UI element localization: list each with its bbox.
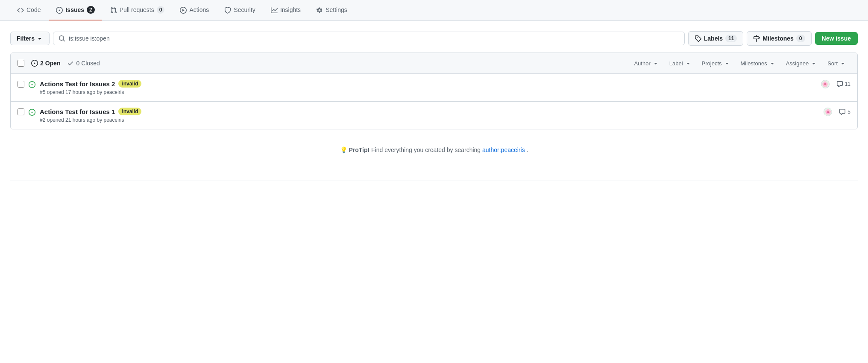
security-icon — [224, 6, 231, 13]
protip-strong: ProTip! — [349, 146, 369, 153]
new-issue-label: New issue — [822, 35, 851, 42]
open-closed-area: 2 Open 0 Closed — [31, 60, 626, 67]
issue-title-row: Actions Test for Issues 2 invalid — [40, 80, 817, 88]
filter-controls: Author Label Projects — [630, 58, 850, 68]
right-toolbar: Labels 11 Milestones 0 New issue — [688, 31, 858, 46]
tab-issues[interactable]: Issues 2 — [49, 0, 101, 20]
milestones-filter-label: Milestones — [741, 60, 767, 67]
milestones-button[interactable]: Milestones 0 — [747, 31, 811, 46]
table-row: Actions Test for Issues 1 invalid #2 ope… — [11, 102, 857, 129]
issue-number: #2 — [40, 117, 45, 123]
comment-icon — [836, 81, 843, 88]
label-filter-label: Label — [669, 60, 683, 67]
labels-icon — [695, 35, 701, 42]
tab-issues-label: Issues — [65, 6, 84, 13]
issue-body: Actions Test for Issues 1 invalid #2 ope… — [40, 108, 819, 123]
chevron-down-icon — [810, 60, 817, 67]
insights-icon — [271, 6, 278, 13]
chevron-down-icon — [652, 60, 659, 67]
tab-security[interactable]: Security — [217, 0, 262, 20]
labels-label: Labels — [704, 35, 723, 42]
comment-count-number: 5 — [847, 109, 850, 115]
chevron-down-icon — [685, 60, 692, 67]
tab-actions[interactable]: Actions — [173, 0, 216, 20]
issue-opened-text: opened 17 hours ago by peaceiris — [47, 89, 124, 95]
issue-right: 🌸 5 — [824, 108, 850, 116]
tab-issues-badge: 2 — [87, 6, 95, 14]
projects-filter-label: Projects — [702, 60, 722, 67]
milestones-filter-button[interactable]: Milestones — [736, 58, 780, 68]
tab-settings[interactable]: Settings — [309, 0, 354, 20]
protip-area: 💡 ProTip! Find everything you created by… — [10, 129, 858, 170]
table-row: Actions Test for Issues 2 invalid #5 ope… — [11, 74, 857, 102]
tab-insights[interactable]: Insights — [264, 0, 308, 20]
comment-count-number: 11 — [845, 81, 850, 87]
footer-divider — [10, 181, 858, 181]
projects-filter-button[interactable]: Projects — [698, 58, 735, 68]
search-input[interactable] — [69, 35, 679, 42]
tab-code[interactable]: Code — [10, 0, 47, 20]
comment-count[interactable]: 5 — [839, 108, 850, 115]
assignee-filter-button[interactable]: Assignee — [782, 58, 821, 68]
open-count[interactable]: 2 Open — [31, 60, 60, 67]
milestone-icon — [753, 35, 760, 42]
tab-pull-requests[interactable]: Pull requests 0 — [103, 0, 172, 20]
issue-opened-text: opened 21 hours ago by peaceiris — [47, 117, 124, 123]
issue-body: Actions Test for Issues 2 invalid #5 ope… — [40, 80, 817, 95]
sort-filter-label: Sort — [827, 60, 838, 67]
comment-count[interactable]: 11 — [836, 81, 850, 88]
lightbulb-icon: 💡 — [340, 146, 347, 153]
labels-button[interactable]: Labels 11 — [688, 31, 744, 46]
chevron-down-icon — [769, 60, 776, 67]
new-issue-button[interactable]: New issue — [815, 32, 858, 45]
issue-label-badge[interactable]: invalid — [118, 108, 141, 115]
issue-title[interactable]: Actions Test for Issues 2 — [40, 80, 115, 88]
labels-count: 11 — [725, 35, 737, 42]
pr-icon — [110, 6, 117, 13]
tab-insights-label: Insights — [280, 6, 301, 13]
tab-navigation: Code Issues 2 Pull requests 0 — [0, 0, 868, 21]
issue-title[interactable]: Actions Test for Issues 1 — [40, 108, 115, 115]
label-filter-button[interactable]: Label — [665, 58, 696, 68]
open-issues-icon — [31, 60, 38, 67]
tab-pr-badge: 0 — [157, 6, 165, 14]
author-filter-button[interactable]: Author — [630, 58, 663, 68]
assignee-avatar[interactable]: 🌸 — [821, 80, 830, 88]
issues-table: 2 Open 0 Closed Author — [10, 53, 858, 129]
code-icon — [17, 6, 24, 13]
select-all-checkbox[interactable] — [18, 60, 24, 67]
issue-row-checkbox[interactable] — [18, 81, 24, 88]
issue-row-checkbox[interactable] — [18, 108, 24, 115]
issue-right: 🌸 11 — [821, 80, 850, 88]
chevron-down-icon — [839, 60, 846, 67]
issue-meta: #2 opened 21 hours ago by peaceiris — [40, 117, 819, 123]
filters-button[interactable]: Filters — [10, 32, 50, 45]
check-icon — [67, 60, 74, 67]
sort-filter-button[interactable]: Sort — [823, 58, 850, 68]
closed-count[interactable]: 0 Closed — [67, 60, 100, 67]
tab-actions-label: Actions — [189, 6, 209, 13]
assignee-avatar[interactable]: 🌸 — [824, 108, 832, 116]
tab-settings-label: Settings — [326, 6, 347, 13]
main-content: Filters Labels 11 — [0, 21, 868, 181]
settings-icon — [316, 6, 323, 13]
tab-security-label: Security — [234, 6, 255, 13]
issues-table-header: 2 Open 0 Closed Author — [11, 53, 857, 74]
milestones-label: Milestones — [762, 35, 793, 42]
author-filter-label: Author — [634, 60, 650, 67]
filters-label: Filters — [17, 35, 35, 42]
protip-after-text: . — [527, 146, 528, 153]
open-count-text: 2 Open — [40, 60, 60, 67]
issue-number: #5 — [40, 89, 45, 95]
issue-open-icon — [29, 108, 35, 116]
closed-count-text: 0 Closed — [76, 60, 100, 67]
tab-pr-label: Pull requests — [120, 6, 154, 13]
issue-meta: #5 opened 17 hours ago by peaceiris — [40, 89, 817, 95]
comment-icon — [839, 108, 846, 115]
issue-label-badge[interactable]: invalid — [118, 80, 141, 88]
protip-author-link[interactable]: author:peaceiris — [482, 146, 525, 153]
issue-open-icon — [29, 80, 35, 88]
issue-icon — [56, 6, 63, 13]
chevron-down-icon — [36, 35, 43, 42]
issue-title-row: Actions Test for Issues 1 invalid — [40, 108, 819, 115]
